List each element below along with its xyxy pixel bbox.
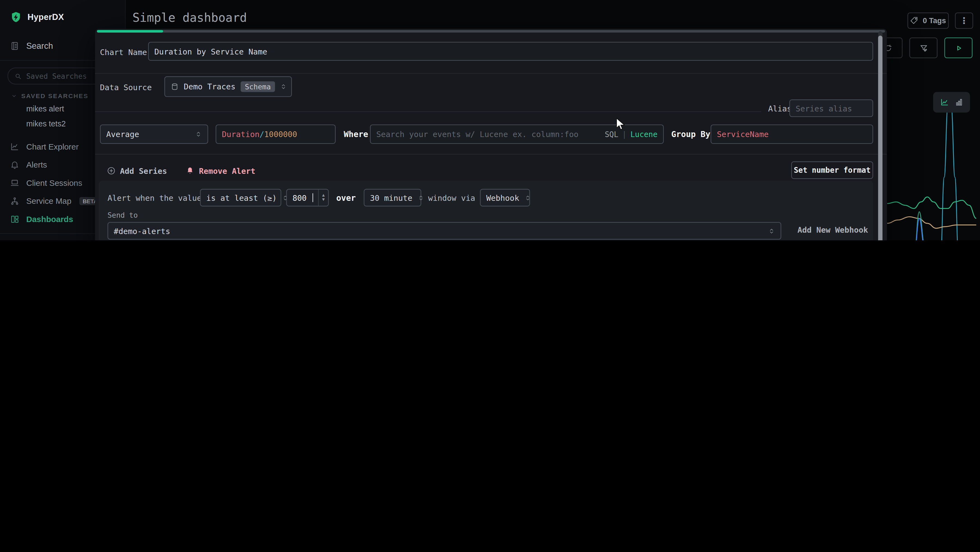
filter-button[interactable] xyxy=(910,38,937,58)
search-icon xyxy=(14,72,22,80)
number-stepper[interactable]: ▲▼ xyxy=(318,190,328,206)
data-source-label: Data Source xyxy=(100,83,152,92)
chevron-updown-icon xyxy=(417,194,424,202)
tags-label: 0 Tags xyxy=(923,16,946,25)
window-via-label: window via xyxy=(428,193,475,203)
query-language-toggle: SQL | Lucene xyxy=(605,130,658,139)
add-series-button[interactable]: Add Series xyxy=(107,166,167,175)
progress-bar xyxy=(97,30,885,32)
series-bg-blue-bump xyxy=(887,218,976,240)
page-title: Simple dashboard xyxy=(132,11,247,24)
chevron-updown-icon xyxy=(280,83,287,91)
alert-prefix-label: Alert when the value xyxy=(108,193,202,203)
remove-alert-button[interactable]: Remove Alert xyxy=(186,166,255,175)
database-icon xyxy=(171,83,179,91)
alias-label: Alias xyxy=(768,104,792,113)
divider xyxy=(95,154,887,155)
line-chart-icon[interactable] xyxy=(940,97,949,107)
edit-chart-modal: Chart Name Duration by Service Name Data… xyxy=(95,29,887,240)
bell-icon xyxy=(186,166,194,175)
field-token: 1000000 xyxy=(264,129,297,139)
modal-scrollbar[interactable] xyxy=(878,31,883,240)
alert-threshold-input[interactable]: 800 ▲▼ xyxy=(286,189,329,206)
aggregation-select[interactable]: Average xyxy=(100,124,208,144)
field-expression: Duration/1000000 xyxy=(222,129,297,139)
chevron-updown-icon xyxy=(768,227,775,235)
send-to-label: Send to xyxy=(108,211,138,220)
alert-channel-select[interactable]: Webhook xyxy=(480,189,530,206)
text-caret xyxy=(312,193,313,202)
field-token: Duration xyxy=(222,129,259,139)
tags-button[interactable]: 0 Tags xyxy=(908,13,949,29)
lucene-toggle[interactable]: Lucene xyxy=(630,130,658,139)
group-by-input[interactable]: ServiceName xyxy=(711,124,873,144)
progress-fill xyxy=(97,30,163,32)
send-to-select[interactable]: #demo-alerts xyxy=(108,222,781,239)
plus-circle-icon xyxy=(107,166,116,175)
dashboard-grid-icon xyxy=(10,214,19,224)
alias-placeholder: Series alias xyxy=(796,104,852,113)
mouse-cursor xyxy=(616,118,625,132)
over-label: over xyxy=(336,193,356,203)
series-bg-green-wave xyxy=(887,197,976,219)
series-alias-input[interactable]: Series alias xyxy=(789,99,873,117)
play-icon xyxy=(954,44,963,52)
alert-window-select[interactable]: 30 minute xyxy=(364,189,421,206)
series-bg-tan1 xyxy=(887,217,976,228)
scrollbar-thumb[interactable] xyxy=(878,36,883,240)
laptop-icon xyxy=(10,178,19,187)
search-doc-icon xyxy=(10,41,19,51)
kebab-menu-button[interactable]: ⋮ xyxy=(955,13,973,29)
chart-explorer-icon xyxy=(10,142,19,151)
field-token: / xyxy=(259,129,264,139)
sitemap-icon xyxy=(10,196,19,206)
where-placeholder: Search your events w/ Lucene ex. column:… xyxy=(376,129,579,139)
group-by-value: ServiceName xyxy=(717,129,768,139)
tag-icon xyxy=(910,16,919,25)
hyperdx-logo-icon xyxy=(10,11,22,23)
app-root: Simple dashboard 0 Tags ⋮ 10:35:00 AM Hy… xyxy=(0,0,980,240)
alert-comparator-select[interactable]: is at least (≥) xyxy=(200,189,281,206)
set-number-format-button[interactable]: Set number format xyxy=(791,161,873,179)
group-by-label: Group By xyxy=(671,129,711,139)
add-new-webhook-button[interactable]: Add New Webhook xyxy=(798,225,868,235)
background-chart: 10:35:00 AM xyxy=(887,63,980,240)
chevron-updown-icon xyxy=(524,194,531,202)
background-chart-type-toggle[interactable] xyxy=(933,92,970,113)
bell-icon xyxy=(10,160,19,169)
filter-icon xyxy=(919,44,928,52)
logo-row: HyperDX xyxy=(0,0,125,29)
app-name: HyperDX xyxy=(27,13,64,22)
field-expression-input[interactable]: Duration/1000000 xyxy=(216,124,336,144)
saved-searches-placeholder: Saved Searches xyxy=(26,72,87,80)
chart-name-input[interactable]: Duration by Service Name xyxy=(148,42,873,61)
divider xyxy=(95,73,887,74)
divider xyxy=(95,112,761,112)
schema-badge: Schema xyxy=(240,81,275,92)
run-query-button[interactable] xyxy=(944,38,972,58)
where-label: Where xyxy=(344,129,368,139)
chevron-down-icon xyxy=(11,93,17,99)
alert-settings-panel: Alert when the value is at least (≥) 800… xyxy=(99,181,873,240)
data-source-select[interactable]: Demo Traces Schema xyxy=(164,76,292,97)
chevron-updown-icon xyxy=(195,130,202,139)
kebab-icon: ⋮ xyxy=(959,16,968,26)
bar-chart-icon[interactable] xyxy=(954,97,963,107)
chart-name-label: Chart Name xyxy=(100,48,147,57)
